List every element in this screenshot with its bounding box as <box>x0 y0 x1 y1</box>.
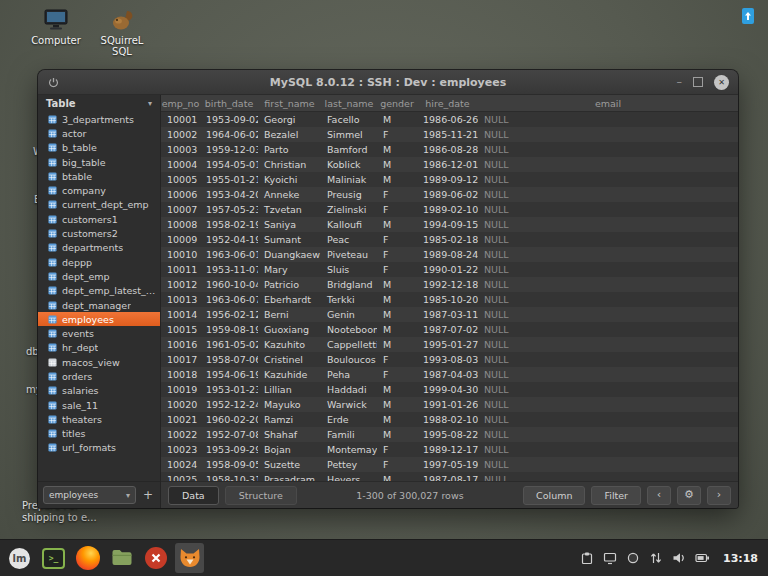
table-cell[interactable]: 1953-04-20 <box>200 187 258 202</box>
sidebar-table-item[interactable]: deppp <box>38 255 160 269</box>
record-icon[interactable] <box>626 551 640 565</box>
table-cell[interactable]: Saniya <box>258 217 321 232</box>
table-row[interactable]: 100061953-04-20AnnekePreusigF1989-06-02N… <box>161 187 738 202</box>
sidebar-table-item[interactable]: departments <box>38 241 160 255</box>
table-cell[interactable]: Suzette <box>258 457 321 472</box>
desktop-icon-computer[interactable]: Computer <box>24 8 88 46</box>
table-cell[interactable]: Christian <box>258 157 321 172</box>
table-cell[interactable]: NULL <box>478 412 738 427</box>
clipboard-icon[interactable] <box>580 551 594 565</box>
table-cell[interactable]: Peac <box>321 232 377 247</box>
table-cell[interactable]: Terkki <box>321 292 377 307</box>
table-cell[interactable]: 10002 <box>161 127 200 142</box>
table-cell[interactable]: 1993-08-03 <box>417 352 478 367</box>
sidebar-table-item[interactable]: orders <box>38 369 160 383</box>
table-cell[interactable]: 1988-02-10 <box>417 412 478 427</box>
table-cell[interactable]: 10013 <box>161 292 200 307</box>
table-cell[interactable]: M <box>377 292 417 307</box>
table-cell[interactable]: Mary <box>258 262 321 277</box>
table-cell[interactable]: Tzvetan <box>258 202 321 217</box>
add-table-button[interactable]: + <box>141 488 155 502</box>
table-cell[interactable]: 1954-06-19 <box>200 367 258 382</box>
table-cell[interactable]: Koblick <box>321 157 377 172</box>
table-cell[interactable]: 1997-05-19 <box>417 457 478 472</box>
table-row[interactable]: 100161961-05-02KazuhitoCappellettiM1995-… <box>161 337 738 352</box>
table-row[interactable]: 100111953-11-07MarySluisF1990-01-22NULL <box>161 262 738 277</box>
table-cell[interactable]: Cristinel <box>258 352 321 367</box>
table-cell[interactable]: Bezalel <box>258 127 321 142</box>
table-cell[interactable]: 10015 <box>161 322 200 337</box>
table-cell[interactable]: 1986-08-28 <box>417 142 478 157</box>
table-cell[interactable]: 1994-09-15 <box>417 217 478 232</box>
table-cell[interactable]: 1954-05-01 <box>200 157 258 172</box>
table-cell[interactable]: 1955-01-21 <box>200 172 258 187</box>
table-cell[interactable]: F <box>377 457 417 472</box>
settings-gear-button[interactable]: ⚙ <box>677 486 701 505</box>
table-cell[interactable]: 1987-07-02 <box>417 322 478 337</box>
desktop-icon-squirrel-sql[interactable]: SQuirreL SQL <box>90 8 154 57</box>
files-launcher[interactable] <box>107 543 136 573</box>
table-cell[interactable]: 1952-12-24 <box>200 397 258 412</box>
table-cell[interactable]: 10024 <box>161 457 200 472</box>
table-cell[interactable]: 10023 <box>161 442 200 457</box>
table-cell[interactable]: 10007 <box>161 202 200 217</box>
table-cell[interactable]: NULL <box>478 307 738 322</box>
table-cell[interactable]: M <box>377 157 417 172</box>
sidebar-table-item[interactable]: theaters <box>38 412 160 426</box>
table-cell[interactable]: 1953-09-29 <box>200 442 258 457</box>
table-cell[interactable]: 1987-03-11 <box>417 307 478 322</box>
filter-button[interactable]: Filter <box>591 486 641 505</box>
table-row[interactable]: 100101963-06-01DuangkaewPiveteauF1989-08… <box>161 247 738 262</box>
table-cell[interactable]: 10025 <box>161 472 200 481</box>
column-header[interactable]: emp_no <box>161 95 200 111</box>
table-cell[interactable]: NULL <box>478 262 738 277</box>
table-row[interactable]: 100051955-01-21KyoichiMaliniakM1989-09-1… <box>161 172 738 187</box>
sidebar-table-item[interactable]: events <box>38 326 160 340</box>
table-cell[interactable]: 10010 <box>161 247 200 262</box>
table-row[interactable]: 100081958-02-19SaniyaKalloufiM1994-09-15… <box>161 217 738 232</box>
network-icon[interactable] <box>649 551 663 565</box>
table-cell[interactable]: Mayuko <box>258 397 321 412</box>
table-cell[interactable]: M <box>377 172 417 187</box>
column-header[interactable]: birth_date <box>200 95 258 111</box>
table-cell[interactable]: F <box>377 442 417 457</box>
table-cell[interactable]: 1958-09-05 <box>200 457 258 472</box>
minimize-button[interactable]: – <box>677 77 683 87</box>
table-cell[interactable]: M <box>377 112 417 127</box>
sidebar-table-item[interactable]: sale_11 <box>38 398 160 412</box>
table-cell[interactable]: 10005 <box>161 172 200 187</box>
table-cell[interactable]: 1958-02-19 <box>200 217 258 232</box>
table-cell[interactable]: 10006 <box>161 187 200 202</box>
table-cell[interactable]: 10003 <box>161 142 200 157</box>
table-cell[interactable]: NULL <box>478 112 738 127</box>
table-cell[interactable]: Simmel <box>321 127 377 142</box>
tab-structure[interactable]: Structure <box>225 486 297 505</box>
sidebar-table-item[interactable]: current_dept_emp <box>38 198 160 212</box>
table-cell[interactable]: 1989-06-02 <box>417 187 478 202</box>
table-cell[interactable]: 1992-12-18 <box>417 277 478 292</box>
table-cell[interactable]: Shahaf <box>258 427 321 442</box>
table-cell[interactable]: Kalloufi <box>321 217 377 232</box>
table-cell[interactable]: Patricio <box>258 277 321 292</box>
table-cell[interactable]: M <box>377 382 417 397</box>
table-cell[interactable]: 1989-09-12 <box>417 172 478 187</box>
sidebar-table-item[interactable]: macos_view <box>38 355 160 369</box>
table-cell[interactable]: 1986-06-26 <box>417 112 478 127</box>
table-cell[interactable]: Parto <box>258 142 321 157</box>
table-cell[interactable]: Bouloucos <box>321 352 377 367</box>
table-cell[interactable]: NULL <box>478 202 738 217</box>
table-cell[interactable]: 1956-02-12 <box>200 307 258 322</box>
table-cell[interactable]: NULL <box>478 442 738 457</box>
table-cell[interactable]: NULL <box>478 382 738 397</box>
table-cell[interactable]: 1957-05-23 <box>200 202 258 217</box>
table-cell[interactable]: Kyoichi <box>258 172 321 187</box>
sidebar-table-item[interactable]: dept_emp_latest_date <box>38 284 160 298</box>
table-cell[interactable]: Georgi <box>258 112 321 127</box>
database-app-launcher[interactable] <box>175 543 204 573</box>
table-cell[interactable]: 1999-04-30 <box>417 382 478 397</box>
table-cell[interactable]: 1953-11-07 <box>200 262 258 277</box>
table-cell[interactable]: 1964-06-02 <box>200 127 258 142</box>
table-cell[interactable]: NULL <box>478 142 738 157</box>
table-cell[interactable]: NULL <box>478 127 738 142</box>
table-cell[interactable]: Montemayor <box>321 442 377 457</box>
